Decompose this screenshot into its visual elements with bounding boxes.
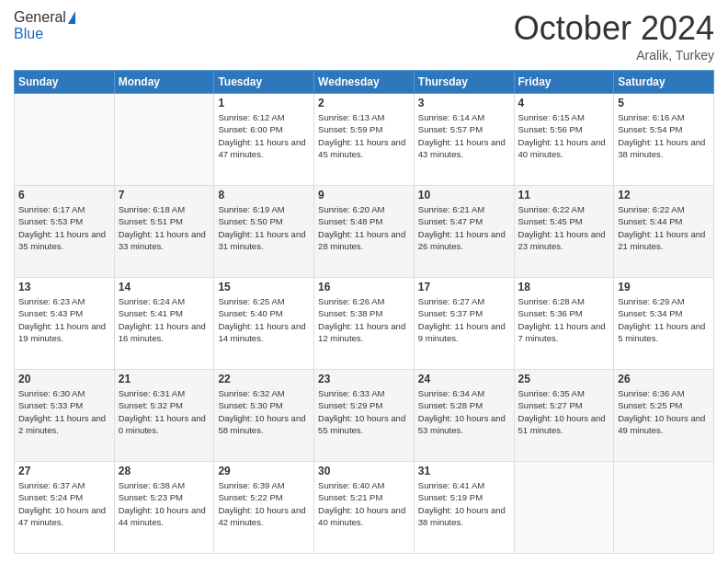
table-row: 29Sunrise: 6:39 AMSunset: 5:22 PMDayligh… — [214, 462, 314, 554]
table-row: 11Sunrise: 6:22 AMSunset: 5:45 PMDayligh… — [514, 186, 614, 278]
day-number: 31 — [418, 465, 510, 477]
day-info: Sunrise: 6:13 AMSunset: 5:59 PMDaylight:… — [318, 111, 410, 160]
day-info: Sunrise: 6:37 AMSunset: 5:24 PMDaylight:… — [18, 479, 110, 528]
day-number: 15 — [218, 281, 310, 293]
day-info: Sunrise: 6:28 AMSunset: 5:36 PMDaylight:… — [518, 295, 610, 344]
table-row: 15Sunrise: 6:25 AMSunset: 5:40 PMDayligh… — [214, 278, 314, 370]
day-number: 6 — [18, 189, 110, 201]
day-info: Sunrise: 6:30 AMSunset: 5:33 PMDaylight:… — [18, 387, 110, 436]
table-row — [514, 462, 614, 554]
day-info: Sunrise: 6:15 AMSunset: 5:56 PMDaylight:… — [518, 111, 610, 160]
table-row: 17Sunrise: 6:27 AMSunset: 5:37 PMDayligh… — [414, 278, 514, 370]
day-number: 13 — [18, 281, 110, 293]
col-wednesday: Wednesday — [314, 71, 415, 94]
table-row: 8Sunrise: 6:19 AMSunset: 5:50 PMDaylight… — [214, 186, 314, 278]
table-row: 30Sunrise: 6:40 AMSunset: 5:21 PMDayligh… — [314, 462, 415, 554]
page: General Blue October 2024 Aralik, Turkey… — [0, 0, 728, 563]
table-row: 24Sunrise: 6:34 AMSunset: 5:28 PMDayligh… — [414, 370, 514, 462]
day-number: 8 — [218, 189, 310, 201]
day-info: Sunrise: 6:14 AMSunset: 5:57 PMDaylight:… — [418, 111, 510, 160]
table-row: 7Sunrise: 6:18 AMSunset: 5:51 PMDaylight… — [114, 186, 214, 278]
day-info: Sunrise: 6:36 AMSunset: 5:25 PMDaylight:… — [618, 387, 710, 436]
day-number: 24 — [418, 373, 510, 385]
day-info: Sunrise: 6:40 AMSunset: 5:21 PMDaylight:… — [318, 479, 410, 528]
calendar-week-row: 27Sunrise: 6:37 AMSunset: 5:24 PMDayligh… — [15, 462, 714, 554]
day-info: Sunrise: 6:16 AMSunset: 5:54 PMDaylight:… — [618, 111, 710, 160]
table-row: 22Sunrise: 6:32 AMSunset: 5:30 PMDayligh… — [214, 370, 314, 462]
day-number: 27 — [18, 465, 110, 477]
table-row: 23Sunrise: 6:33 AMSunset: 5:29 PMDayligh… — [314, 370, 415, 462]
day-info: Sunrise: 6:35 AMSunset: 5:27 PMDaylight:… — [518, 387, 610, 436]
table-row: 27Sunrise: 6:37 AMSunset: 5:24 PMDayligh… — [15, 462, 115, 554]
day-number: 21 — [119, 373, 210, 385]
table-row — [114, 94, 214, 186]
day-number: 4 — [518, 97, 610, 109]
day-info: Sunrise: 6:19 AMSunset: 5:50 PMDaylight:… — [218, 203, 310, 252]
day-number: 19 — [618, 281, 710, 293]
calendar-week-row: 6Sunrise: 6:17 AMSunset: 5:53 PMDaylight… — [15, 186, 714, 278]
table-row: 31Sunrise: 6:41 AMSunset: 5:19 PMDayligh… — [414, 462, 514, 554]
day-info: Sunrise: 6:41 AMSunset: 5:19 PMDaylight:… — [418, 479, 510, 528]
header: General Blue October 2024 Aralik, Turkey — [14, 9, 714, 63]
day-number: 18 — [518, 281, 610, 293]
table-row: 1Sunrise: 6:12 AMSunset: 6:00 PMDaylight… — [214, 94, 314, 186]
day-info: Sunrise: 6:18 AMSunset: 5:51 PMDaylight:… — [119, 203, 210, 252]
day-info: Sunrise: 6:27 AMSunset: 5:37 PMDaylight:… — [418, 295, 510, 344]
day-info: Sunrise: 6:17 AMSunset: 5:53 PMDaylight:… — [18, 203, 110, 252]
table-row: 28Sunrise: 6:38 AMSunset: 5:23 PMDayligh… — [114, 462, 214, 554]
day-number: 28 — [119, 465, 210, 477]
day-info: Sunrise: 6:21 AMSunset: 5:47 PMDaylight:… — [418, 203, 510, 252]
calendar-week-row: 20Sunrise: 6:30 AMSunset: 5:33 PMDayligh… — [15, 370, 714, 462]
table-row: 14Sunrise: 6:24 AMSunset: 5:41 PMDayligh… — [114, 278, 214, 370]
table-row: 4Sunrise: 6:15 AMSunset: 5:56 PMDaylight… — [514, 94, 614, 186]
table-row: 26Sunrise: 6:36 AMSunset: 5:25 PMDayligh… — [614, 370, 714, 462]
logo-general-text: General — [14, 9, 66, 26]
calendar-table: Sunday Monday Tuesday Wednesday Thursday… — [14, 70, 714, 554]
calendar-header-row: Sunday Monday Tuesday Wednesday Thursday… — [15, 71, 714, 94]
title-block: October 2024 Aralik, Turkey — [514, 9, 714, 63]
calendar-location: Aralik, Turkey — [514, 48, 714, 63]
table-row: 3Sunrise: 6:14 AMSunset: 5:57 PMDaylight… — [414, 94, 514, 186]
calendar-title: October 2024 — [514, 9, 714, 48]
day-number: 25 — [518, 373, 610, 385]
table-row: 13Sunrise: 6:23 AMSunset: 5:43 PMDayligh… — [15, 278, 115, 370]
table-row: 12Sunrise: 6:22 AMSunset: 5:44 PMDayligh… — [614, 186, 714, 278]
table-row: 5Sunrise: 6:16 AMSunset: 5:54 PMDaylight… — [614, 94, 714, 186]
day-number: 7 — [119, 189, 210, 201]
table-row — [15, 94, 115, 186]
day-number: 14 — [119, 281, 210, 293]
table-row: 19Sunrise: 6:29 AMSunset: 5:34 PMDayligh… — [614, 278, 714, 370]
day-number: 10 — [418, 189, 510, 201]
day-number: 9 — [318, 189, 410, 201]
col-friday: Friday — [514, 71, 614, 94]
day-info: Sunrise: 6:39 AMSunset: 5:22 PMDaylight:… — [218, 479, 310, 528]
day-info: Sunrise: 6:33 AMSunset: 5:29 PMDaylight:… — [318, 387, 410, 436]
logo: General Blue — [14, 9, 75, 42]
day-info: Sunrise: 6:31 AMSunset: 5:32 PMDaylight:… — [119, 387, 210, 436]
day-info: Sunrise: 6:34 AMSunset: 5:28 PMDaylight:… — [418, 387, 510, 436]
day-number: 3 — [418, 97, 510, 109]
day-number: 22 — [218, 373, 310, 385]
day-number: 29 — [218, 465, 310, 477]
day-info: Sunrise: 6:23 AMSunset: 5:43 PMDaylight:… — [18, 295, 110, 344]
day-info: Sunrise: 6:22 AMSunset: 5:44 PMDaylight:… — [618, 203, 710, 252]
day-number: 12 — [618, 189, 710, 201]
table-row: 16Sunrise: 6:26 AMSunset: 5:38 PMDayligh… — [314, 278, 415, 370]
col-sunday: Sunday — [15, 71, 115, 94]
table-row: 21Sunrise: 6:31 AMSunset: 5:32 PMDayligh… — [114, 370, 214, 462]
col-saturday: Saturday — [614, 71, 714, 94]
day-info: Sunrise: 6:38 AMSunset: 5:23 PMDaylight:… — [119, 479, 210, 528]
calendar-week-row: 1Sunrise: 6:12 AMSunset: 6:00 PMDaylight… — [15, 94, 714, 186]
col-thursday: Thursday — [414, 71, 514, 94]
day-info: Sunrise: 6:22 AMSunset: 5:45 PMDaylight:… — [518, 203, 610, 252]
day-number: 2 — [318, 97, 410, 109]
table-row: 9Sunrise: 6:20 AMSunset: 5:48 PMDaylight… — [314, 186, 415, 278]
col-monday: Monday — [114, 71, 214, 94]
day-number: 17 — [418, 281, 510, 293]
day-info: Sunrise: 6:20 AMSunset: 5:48 PMDaylight:… — [318, 203, 410, 252]
day-number: 16 — [318, 281, 410, 293]
day-number: 5 — [618, 97, 710, 109]
logo-triangle-icon — [68, 11, 75, 24]
table-row: 2Sunrise: 6:13 AMSunset: 5:59 PMDaylight… — [314, 94, 415, 186]
day-number: 20 — [18, 373, 110, 385]
